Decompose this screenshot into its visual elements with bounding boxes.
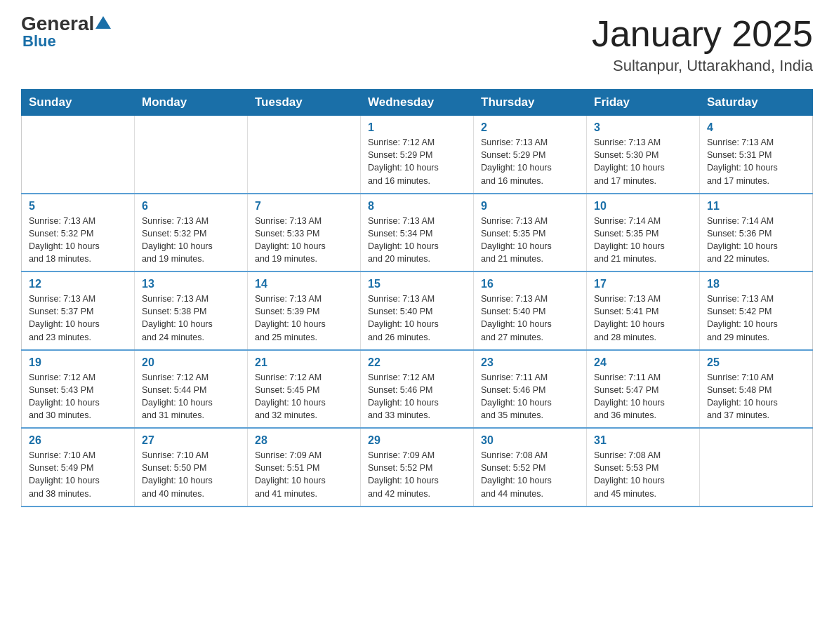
day-info: Sunrise: 7:13 AM Sunset: 5:39 PM Dayligh… [255,293,353,344]
day-info: Sunrise: 7:13 AM Sunset: 5:38 PM Dayligh… [142,293,240,344]
day-number: 13 [142,278,240,290]
day-info: Sunrise: 7:13 AM Sunset: 5:32 PM Dayligh… [142,215,240,266]
day-number: 15 [368,278,466,290]
table-row [248,116,361,194]
logo: General Blue [21,14,111,51]
calendar-subtitle: Sultanpur, Uttarakhand, India [592,57,813,75]
table-row: 9Sunrise: 7:13 AM Sunset: 5:35 PM Daylig… [474,194,587,272]
day-info: Sunrise: 7:09 AM Sunset: 5:52 PM Dayligh… [368,449,466,500]
day-number: 24 [594,356,692,369]
table-row: 31Sunrise: 7:08 AM Sunset: 5:53 PM Dayli… [587,428,700,507]
table-row: 4Sunrise: 7:13 AM Sunset: 5:31 PM Daylig… [700,116,813,194]
table-row: 10Sunrise: 7:14 AM Sunset: 5:35 PM Dayli… [587,194,700,272]
day-number: 11 [707,200,805,213]
table-row: 29Sunrise: 7:09 AM Sunset: 5:52 PM Dayli… [361,428,474,507]
page-header: General Blue January 2025 Sultanpur, Utt… [21,14,813,75]
day-number: 2 [481,121,579,134]
table-row: 27Sunrise: 7:10 AM Sunset: 5:50 PM Dayli… [135,428,248,507]
day-number: 16 [481,278,579,290]
table-row: 8Sunrise: 7:13 AM Sunset: 5:34 PM Daylig… [361,194,474,272]
logo-general-text: General [21,14,94,34]
day-number: 20 [142,356,240,369]
day-info: Sunrise: 7:12 AM Sunset: 5:45 PM Dayligh… [255,371,353,422]
day-info: Sunrise: 7:13 AM Sunset: 5:33 PM Dayligh… [255,215,353,266]
day-info: Sunrise: 7:11 AM Sunset: 5:46 PM Dayligh… [481,371,579,422]
day-info: Sunrise: 7:13 AM Sunset: 5:34 PM Dayligh… [368,215,466,266]
table-row: 11Sunrise: 7:14 AM Sunset: 5:36 PM Dayli… [700,194,813,272]
day-info: Sunrise: 7:13 AM Sunset: 5:40 PM Dayligh… [481,293,579,344]
table-row: 28Sunrise: 7:09 AM Sunset: 5:51 PM Dayli… [248,428,361,507]
table-row: 19Sunrise: 7:12 AM Sunset: 5:43 PM Dayli… [22,350,135,429]
title-section: January 2025 Sultanpur, Uttarakhand, Ind… [592,14,813,75]
table-row: 16Sunrise: 7:13 AM Sunset: 5:40 PM Dayli… [474,271,587,350]
day-number: 26 [29,434,127,447]
day-info: Sunrise: 7:11 AM Sunset: 5:47 PM Dayligh… [594,371,692,422]
day-info: Sunrise: 7:12 AM Sunset: 5:46 PM Dayligh… [368,371,466,422]
day-number: 1 [368,121,466,134]
table-row: 2Sunrise: 7:13 AM Sunset: 5:29 PM Daylig… [474,116,587,194]
day-info: Sunrise: 7:13 AM Sunset: 5:40 PM Dayligh… [368,293,466,344]
day-info: Sunrise: 7:14 AM Sunset: 5:35 PM Dayligh… [594,215,692,266]
table-row: 30Sunrise: 7:08 AM Sunset: 5:52 PM Dayli… [474,428,587,507]
table-row: 15Sunrise: 7:13 AM Sunset: 5:40 PM Dayli… [361,271,474,350]
table-row: 21Sunrise: 7:12 AM Sunset: 5:45 PM Dayli… [248,350,361,429]
day-number: 6 [142,200,240,213]
table-row [700,428,813,507]
day-number: 10 [594,200,692,213]
day-info: Sunrise: 7:09 AM Sunset: 5:51 PM Dayligh… [255,449,353,500]
day-info: Sunrise: 7:13 AM Sunset: 5:29 PM Dayligh… [481,136,579,187]
table-row: 5Sunrise: 7:13 AM Sunset: 5:32 PM Daylig… [22,194,135,272]
table-row: 6Sunrise: 7:13 AM Sunset: 5:32 PM Daylig… [135,194,248,272]
day-number: 30 [481,434,579,447]
day-info: Sunrise: 7:12 AM Sunset: 5:43 PM Dayligh… [29,371,127,422]
day-number: 29 [368,434,466,447]
calendar-week-row: 1Sunrise: 7:12 AM Sunset: 5:29 PM Daylig… [22,116,813,194]
day-number: 9 [481,200,579,213]
calendar-week-row: 5Sunrise: 7:13 AM Sunset: 5:32 PM Daylig… [22,194,813,272]
day-number: 31 [594,434,692,447]
day-number: 22 [368,356,466,369]
day-info: Sunrise: 7:12 AM Sunset: 5:44 PM Dayligh… [142,371,240,422]
table-row: 20Sunrise: 7:12 AM Sunset: 5:44 PM Dayli… [135,350,248,429]
calendar-week-row: 12Sunrise: 7:13 AM Sunset: 5:37 PM Dayli… [22,271,813,350]
calendar-header-row: Sunday Monday Tuesday Wednesday Thursday… [22,90,813,116]
col-thursday: Thursday [474,90,587,116]
day-number: 27 [142,434,240,447]
col-monday: Monday [135,90,248,116]
calendar-table: Sunday Monday Tuesday Wednesday Thursday… [21,89,813,507]
table-row: 17Sunrise: 7:13 AM Sunset: 5:41 PM Dayli… [587,271,700,350]
table-row: 26Sunrise: 7:10 AM Sunset: 5:49 PM Dayli… [22,428,135,507]
col-tuesday: Tuesday [248,90,361,116]
day-number: 23 [481,356,579,369]
table-row: 25Sunrise: 7:10 AM Sunset: 5:48 PM Dayli… [700,350,813,429]
day-info: Sunrise: 7:13 AM Sunset: 5:41 PM Dayligh… [594,293,692,344]
day-info: Sunrise: 7:10 AM Sunset: 5:48 PM Dayligh… [707,371,805,422]
day-info: Sunrise: 7:14 AM Sunset: 5:36 PM Dayligh… [707,215,805,266]
col-wednesday: Wednesday [361,90,474,116]
day-number: 12 [29,278,127,290]
day-number: 8 [368,200,466,213]
calendar-title: January 2025 [592,14,813,54]
day-number: 3 [594,121,692,134]
day-info: Sunrise: 7:13 AM Sunset: 5:42 PM Dayligh… [707,293,805,344]
logo-icon [95,16,111,29]
day-info: Sunrise: 7:10 AM Sunset: 5:50 PM Dayligh… [142,449,240,500]
table-row: 18Sunrise: 7:13 AM Sunset: 5:42 PM Dayli… [700,271,813,350]
col-sunday: Sunday [22,90,135,116]
col-saturday: Saturday [700,90,813,116]
day-info: Sunrise: 7:13 AM Sunset: 5:31 PM Dayligh… [707,136,805,187]
day-info: Sunrise: 7:13 AM Sunset: 5:37 PM Dayligh… [29,293,127,344]
table-row: 12Sunrise: 7:13 AM Sunset: 5:37 PM Dayli… [22,271,135,350]
table-row [22,116,135,194]
col-friday: Friday [587,90,700,116]
day-number: 18 [707,278,805,290]
day-info: Sunrise: 7:10 AM Sunset: 5:49 PM Dayligh… [29,449,127,500]
day-info: Sunrise: 7:08 AM Sunset: 5:52 PM Dayligh… [481,449,579,500]
day-number: 17 [594,278,692,290]
day-info: Sunrise: 7:08 AM Sunset: 5:53 PM Dayligh… [594,449,692,500]
table-row: 7Sunrise: 7:13 AM Sunset: 5:33 PM Daylig… [248,194,361,272]
day-number: 14 [255,278,353,290]
day-info: Sunrise: 7:13 AM Sunset: 5:32 PM Dayligh… [29,215,127,266]
day-info: Sunrise: 7:13 AM Sunset: 5:30 PM Dayligh… [594,136,692,187]
table-row: 24Sunrise: 7:11 AM Sunset: 5:47 PM Dayli… [587,350,700,429]
